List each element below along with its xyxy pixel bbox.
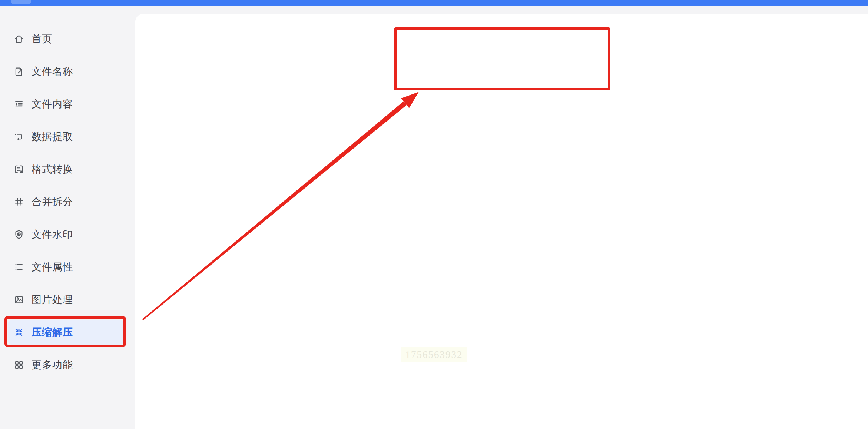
title-bar bbox=[0, 0, 868, 6]
merge-split-icon bbox=[13, 196, 24, 207]
sidebar-item-data-extract[interactable]: 数据提取 bbox=[0, 120, 135, 153]
file-content-icon bbox=[13, 99, 24, 110]
sidebar-nav-list: 首页 文件名称 文件内容 数据提取 格式转换 合并拆分 文件水印 文件属性 图片… bbox=[0, 23, 135, 381]
sidebar-item-file-content[interactable]: 文件内容 bbox=[0, 88, 135, 120]
compress-icon bbox=[13, 327, 24, 338]
file-props-icon bbox=[13, 262, 24, 273]
sidebar-item-label: 合并拆分 bbox=[32, 195, 73, 209]
sidebar-item-label: 格式转换 bbox=[32, 163, 73, 176]
sidebar-item-home[interactable]: 首页 bbox=[0, 23, 135, 55]
format-convert-icon bbox=[13, 164, 24, 175]
sidebar-item-watermark-shield[interactable]: 文件水印 bbox=[0, 218, 135, 251]
home-icon bbox=[13, 33, 24, 44]
sidebar-item-format-convert[interactable]: 格式转换 bbox=[0, 153, 135, 186]
sidebar-item-label: 图片处理 bbox=[32, 293, 73, 306]
sidebar: 首页 文件名称 文件内容 数据提取 格式转换 合并拆分 文件水印 文件属性 图片… bbox=[0, 6, 135, 429]
sidebar-item-label: 文件内容 bbox=[32, 97, 73, 111]
sidebar-item-label: 压缩解压 bbox=[32, 326, 73, 339]
sidebar-item-label: 文件属性 bbox=[32, 260, 73, 274]
data-extract-icon bbox=[13, 131, 24, 142]
sidebar-item-file-props[interactable]: 文件属性 bbox=[0, 251, 135, 283]
sidebar-item-label: 更多功能 bbox=[32, 358, 73, 372]
sidebar-item-compress[interactable]: 压缩解压 bbox=[0, 316, 135, 349]
file-name-icon bbox=[13, 66, 24, 77]
sidebar-item-file-name[interactable]: 文件名称 bbox=[0, 55, 135, 88]
sidebar-item-merge-split[interactable]: 合并拆分 bbox=[0, 186, 135, 218]
sidebar-item-label: 文件水印 bbox=[32, 228, 73, 241]
more-grid-icon bbox=[13, 359, 24, 370]
sidebar-item-label: 数据提取 bbox=[32, 130, 73, 143]
sidebar-item-image-process[interactable]: 图片处理 bbox=[0, 283, 135, 316]
app-window: 首页 文件名称 文件内容 数据提取 格式转换 合并拆分 文件水印 文件属性 图片… bbox=[0, 0, 868, 429]
watermark-shield-icon bbox=[13, 229, 24, 240]
image-process-icon bbox=[13, 294, 24, 305]
watermark-number: 1756563932 bbox=[401, 347, 467, 362]
content-panel bbox=[135, 14, 868, 429]
sidebar-item-label: 文件名称 bbox=[32, 65, 73, 78]
sidebar-item-label: 首页 bbox=[32, 32, 52, 46]
title-bar-logo bbox=[11, 0, 31, 4]
sidebar-item-more-grid[interactable]: 更多功能 bbox=[0, 349, 135, 381]
